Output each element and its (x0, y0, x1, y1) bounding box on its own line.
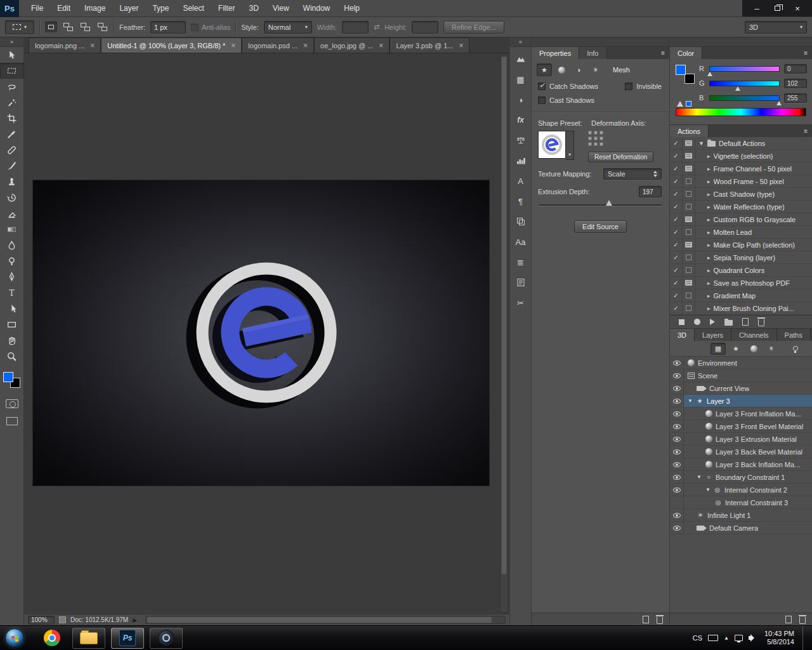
tab-properties[interactable]: Properties (532, 47, 579, 59)
scrollbar-thumb[interactable] (501, 56, 507, 574)
visibility-toggle[interactable] (670, 484, 684, 496)
expand-arrow-icon[interactable]: ▸ (707, 178, 710, 185)
action-check-icon[interactable]: ✓ (670, 150, 683, 162)
action-dialog-toggle[interactable] (683, 201, 695, 213)
dodge-tool[interactable] (0, 253, 24, 269)
action-item[interactable]: ▸Vignette (selection) (695, 150, 812, 162)
action-item[interactable]: ▸Gradient Map (695, 289, 812, 302)
action-row[interactable]: ✓▸Vignette (selection) (670, 150, 812, 162)
menu-item-file[interactable]: File (24, 0, 50, 17)
menu-item-help[interactable]: Help (337, 0, 367, 17)
coordinates-filter-icon[interactable]: ☀ (588, 63, 603, 76)
gamut-warning[interactable] (677, 101, 691, 107)
minimize-button[interactable]: – (747, 0, 766, 17)
action-dialog-toggle[interactable] (683, 188, 695, 200)
zoom-level-field[interactable]: 100% (28, 616, 55, 625)
action-item[interactable]: ▸Wood Frame - 50 pixel (695, 175, 812, 187)
3d-item[interactable]: Current View (684, 382, 812, 394)
gradient-tool[interactable] (0, 222, 24, 237)
slider-thumb-icon[interactable] (776, 101, 782, 105)
action-item[interactable]: ▸Mixer Brush Cloning Pai... (695, 302, 812, 314)
chevron-down-icon[interactable]: ▾ (566, 131, 574, 160)
3d-item-row[interactable]: Environment (670, 357, 812, 369)
shape-preset-thumbnail[interactable] (538, 131, 566, 159)
menu-item-type[interactable]: Type (145, 0, 176, 17)
scrollbar-thumb[interactable] (147, 617, 492, 623)
action-row[interactable]: ✓▸Mixer Brush Cloning Pai... (670, 302, 812, 315)
action-row[interactable]: ✓▸Custom RGB to Grayscale (670, 213, 812, 226)
visibility-toggle[interactable] (670, 420, 684, 432)
action-check-icon[interactable]: ✓ (670, 175, 683, 187)
vertical-scrollbar[interactable] (500, 55, 508, 613)
3d-item[interactable]: Layer 3 Front Bevel Material (684, 420, 812, 432)
swap-dimensions-icon[interactable]: ⇄ (374, 23, 379, 31)
action-row[interactable]: ✓▸Molten Lead (670, 226, 812, 239)
layer-comps-icon[interactable] (512, 213, 530, 230)
anti-alias-checkbox[interactable] (191, 23, 199, 31)
move-tool[interactable] (0, 47, 24, 63)
add-to-selection-mode-button[interactable] (62, 22, 74, 32)
record-icon[interactable] (694, 319, 700, 325)
channel-value-input[interactable]: 102 (784, 79, 807, 88)
3d-item[interactable]: Default Camera (684, 522, 812, 534)
color-swatches-widget[interactable] (3, 372, 20, 388)
3d-item-row[interactable]: Layer 3 Extrusion Material (670, 433, 812, 446)
close-icon[interactable]: × (379, 42, 383, 50)
visibility-toggle[interactable] (670, 458, 684, 470)
show-desktop-button[interactable] (802, 626, 808, 650)
close-icon[interactable]: × (90, 42, 95, 50)
new-folder-icon[interactable] (724, 320, 733, 326)
expand-arrow-icon[interactable]: ▸ (707, 153, 710, 159)
action-row[interactable]: ✓▼Default Actions (670, 137, 812, 150)
expand-arrow-icon[interactable]: ▸ (707, 191, 710, 197)
lasso-tool[interactable] (0, 79, 24, 95)
action-dialog-toggle[interactable] (683, 239, 695, 251)
slider-thumb-icon[interactable] (707, 72, 712, 76)
3d-item[interactable]: ▼◎Internal Constraint 2 (684, 484, 812, 496)
rectangular-marquee-tool[interactable] (0, 63, 24, 79)
close-icon[interactable]: × (303, 42, 308, 50)
3d-item-row[interactable]: Scene (670, 369, 812, 382)
height-input[interactable] (412, 21, 438, 34)
foreground-color-swatch[interactable] (676, 65, 686, 75)
statistics-icon[interactable] (512, 152, 530, 169)
speaker-icon[interactable] (749, 634, 756, 642)
history-brush-tool[interactable] (0, 190, 24, 206)
visibility-toggle[interactable] (670, 509, 684, 521)
3d-item[interactable]: Layer 3 Front Inflation Ma... (684, 408, 812, 420)
taskbar-steam-button[interactable] (150, 628, 183, 649)
action-item[interactable]: ▸Custom RGB to Grayscale (695, 213, 812, 225)
panel-menu-icon[interactable]: ≡ (804, 128, 808, 135)
action-item[interactable]: ▸Molten Lead (695, 226, 812, 238)
action-check-icon[interactable]: ✓ (670, 201, 683, 213)
expand-arrow-icon[interactable]: ▸ (707, 267, 710, 274)
visibility-toggle[interactable] (670, 408, 684, 420)
extrusion-depth-input[interactable]: 197 (639, 186, 662, 197)
keyboard-icon[interactable] (708, 635, 718, 641)
trash-icon[interactable] (758, 319, 764, 326)
action-dialog-toggle[interactable] (683, 277, 695, 289)
expand-arrow-icon[interactable]: ▸ (707, 305, 710, 312)
taskbar-explorer-button[interactable] (72, 628, 105, 649)
taskbar-clock[interactable]: 10:43 PM 5/8/2014 (764, 630, 794, 646)
eyedropper-tool[interactable] (0, 126, 24, 142)
reset-deformation-button[interactable]: Reset Deformation (588, 152, 653, 162)
close-icon[interactable]: × (231, 42, 235, 50)
3d-item[interactable]: Layer 3 Extrusion Material (684, 433, 812, 445)
panel-tab-paths[interactable]: Paths (777, 329, 811, 341)
hand-tool[interactable] (0, 333, 24, 348)
trash-icon[interactable] (799, 617, 806, 624)
new-action-icon[interactable] (742, 318, 749, 326)
action-check-icon[interactable]: ✓ (670, 289, 683, 302)
deformation-axis-grid[interactable] (588, 131, 603, 146)
extrusion-slider[interactable] (539, 204, 662, 206)
action-dialog-toggle[interactable] (683, 302, 695, 314)
document-tab[interactable]: Layer 3.psb @ 1...× (390, 37, 469, 53)
menu-item-layer[interactable]: Layer (112, 0, 145, 17)
action-item[interactable]: ▸Make Clip Path (selection) (695, 239, 812, 251)
tool-presets-icon[interactable]: ✂ (512, 295, 530, 311)
visibility-toggle[interactable] (670, 522, 684, 534)
cast-shadows-checkbox[interactable] (538, 96, 546, 104)
action-check-icon[interactable]: ✓ (670, 213, 683, 225)
3d-item-row[interactable]: ▼◎Internal Constraint 2 (670, 484, 812, 496)
